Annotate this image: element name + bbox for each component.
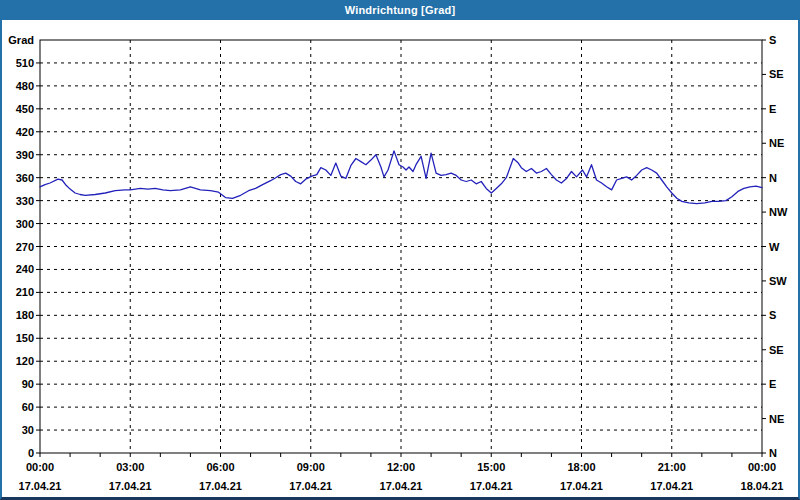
compass-tick-label: NW — [769, 206, 788, 218]
x-time-label: 12:00 — [387, 461, 415, 473]
y-left-tick-label: 330 — [16, 195, 34, 207]
title-bar: Windrichtung [Grad] — [2, 0, 798, 20]
x-date-label: 18.04.21 — [741, 480, 784, 492]
compass-tick-label: E — [769, 103, 776, 115]
grad-axis-label: Grad — [8, 34, 34, 46]
y-left-tick-label: 480 — [16, 80, 34, 92]
x-time-label: 18:00 — [567, 461, 595, 473]
x-time-label: 00:00 — [26, 461, 54, 473]
y-left-tick-label: 510 — [16, 57, 34, 69]
x-date-label: 17.04.21 — [380, 480, 423, 492]
chart-title: Windrichtung [Grad] — [345, 4, 456, 16]
x-date-label: 17.04.21 — [560, 480, 603, 492]
y-left-tick-label: 450 — [16, 103, 34, 115]
y-left-tick-label: 30 — [22, 424, 34, 436]
compass-tick-label: SE — [769, 68, 784, 80]
y-left-tick-label: 60 — [22, 401, 34, 413]
compass-tick-label: N — [769, 447, 777, 459]
x-time-label: 15:00 — [477, 461, 505, 473]
y-left-tick-label: 210 — [16, 286, 34, 298]
y-left-tick-label: 300 — [16, 218, 34, 230]
y-left-tick-label: 360 — [16, 172, 34, 184]
x-date-label: 17.04.21 — [199, 480, 242, 492]
x-date-label: 17.04.21 — [109, 480, 152, 492]
x-date-label: 17.04.21 — [289, 480, 332, 492]
compass-tick-label: NE — [769, 413, 784, 425]
y-left-tick-label: 420 — [16, 126, 34, 138]
compass-tick-label: SW — [769, 275, 787, 287]
compass-tick-label: SE — [769, 344, 784, 356]
y-left-tick-label: 390 — [16, 149, 34, 161]
compass-tick-label: E — [769, 378, 776, 390]
compass-tick-label: W — [769, 241, 780, 253]
chart-area: 0306090120150180210240270300330360390420… — [2, 20, 798, 497]
x-time-label: 06:00 — [206, 461, 234, 473]
x-date-label: 17.04.21 — [650, 480, 693, 492]
wind-direction-window: Windrichtung [Grad] 03060901201501802102… — [0, 0, 800, 500]
compass-tick-label: S — [769, 309, 776, 321]
y-left-tick-label: 90 — [22, 378, 34, 390]
wind-direction-chart: 0306090120150180210240270300330360390420… — [2, 20, 798, 497]
y-left-tick-label: 240 — [16, 263, 34, 275]
x-time-label: 00:00 — [748, 461, 776, 473]
y-left-tick-label: 180 — [16, 309, 34, 321]
compass-tick-label: NE — [769, 137, 784, 149]
y-left-tick-label: 120 — [16, 355, 34, 367]
x-date-label: 17.04.21 — [470, 480, 513, 492]
y-left-tick-label: 270 — [16, 241, 34, 253]
compass-tick-label: S — [769, 34, 776, 46]
y-left-tick-label: 0 — [28, 447, 34, 459]
y-left-tick-label: 150 — [16, 332, 34, 344]
compass-tick-label: N — [769, 172, 777, 184]
x-time-label: 03:00 — [116, 461, 144, 473]
x-time-label: 09:00 — [297, 461, 325, 473]
x-time-label: 21:00 — [658, 461, 686, 473]
x-date-label: 17.04.21 — [19, 480, 62, 492]
